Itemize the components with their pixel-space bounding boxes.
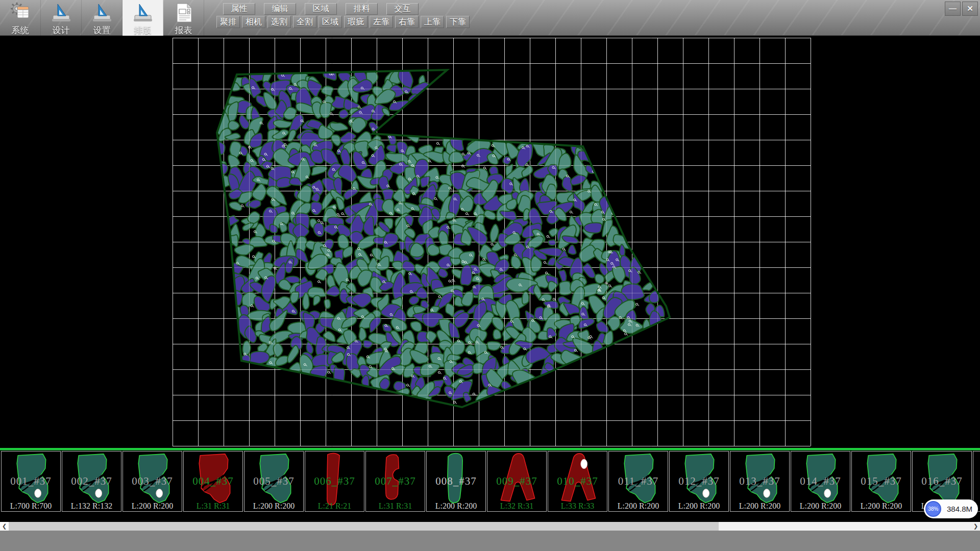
thumbnail-cell[interactable]: 004_#37 L:31 R:31	[183, 451, 243, 512]
settings-ruler-icon	[91, 2, 113, 23]
download-size-label: 384.8M	[943, 499, 976, 518]
piece-id-label: 015_#37	[852, 475, 911, 488]
menu-tab-edit[interactable]: 编辑	[264, 3, 296, 15]
piece-lr-values: L:200 R:200	[427, 502, 485, 511]
piece-thumbnail-strip: 001_#37 L:700 R:700 002_#37 L:132 R:132 …	[0, 451, 980, 512]
thumbnail-cell[interactable]: 009_#37 L:32 R:31	[487, 451, 547, 512]
thumbnail-cell[interactable]: 007_#37 L:31 R:31	[365, 451, 425, 512]
tool-button-cut-all[interactable]: 全割	[293, 16, 316, 28]
piece-id-label: 014_#37	[791, 475, 850, 488]
thumbnail-cell[interactable]: 002_#37 L:132 R:132	[62, 451, 121, 512]
piece-id-label: 010_#37	[548, 475, 607, 488]
piece-lr-values: L:31 R:31	[366, 502, 425, 511]
download-badge[interactable]: 38% 384.8M	[924, 499, 978, 518]
system-gear-icon	[10, 2, 31, 23]
nav-label-report: 报表	[175, 24, 192, 36]
thumbnail-cell[interactable]: 003_#37 L:200 R:200	[122, 451, 182, 512]
piece-lr-values: L:32 R:31	[487, 502, 546, 511]
piece-lr-values: L:700 R:700	[2, 502, 60, 511]
piece-lr-values: L:200 R:200	[609, 502, 668, 511]
report-doc-icon	[173, 2, 194, 23]
tool-button-defect[interactable]: 瑕疵	[344, 16, 368, 28]
nav-button-settings[interactable]: 设置	[82, 0, 122, 36]
nav-label-nesting: 排版	[134, 24, 152, 36]
piece-lr-values: L:33 R:33	[548, 502, 607, 511]
thumbnail-cell[interactable]: 012_#37 L:200 R:200	[669, 451, 729, 512]
scroll-right-arrow-icon[interactable]: ❯	[971, 522, 980, 531]
piece-lr-values: L:21 R:21	[305, 502, 364, 511]
nav-button-report[interactable]: 报表	[163, 0, 204, 36]
strip-separator-line	[0, 448, 980, 450]
menu-tab-properties[interactable]: 属性	[223, 3, 255, 15]
piece-id-label: 004_#37	[184, 475, 242, 488]
nav-label-settings: 设置	[93, 24, 111, 36]
piece-id-label: 005_#37	[244, 475, 303, 488]
menu-tab-region[interactable]: 区域	[305, 3, 337, 15]
scroll-left-arrow-icon[interactable]: ❮	[0, 522, 9, 531]
window-controls: — ✕	[945, 2, 978, 16]
tool-button-snap-top[interactable]: 上靠	[421, 16, 444, 28]
menu-tab-row: 属性编辑区域排料交互	[223, 3, 419, 15]
piece-id-label: 012_#37	[670, 475, 728, 488]
tool-button-snap-bottom[interactable]: 下靠	[446, 16, 470, 28]
piece-id-label: 011_#37	[609, 475, 668, 488]
nav-icon-bar: 系统设计设置排版报表	[0, 0, 204, 36]
nav-label-system: 系统	[12, 24, 29, 36]
thumbnail-cell[interactable]: 005_#37 L:200 R:200	[244, 451, 304, 512]
horizontal-scrollbar[interactable]: ❮ ❯	[0, 522, 980, 531]
piece-lr-values: L:31 R:31	[184, 502, 242, 511]
design-ruler-icon	[51, 2, 72, 23]
nav-button-system[interactable]: 系统	[0, 0, 41, 36]
piece-id-label: 009_#37	[487, 475, 546, 488]
menu-tab-interact[interactable]: 交互	[386, 3, 419, 15]
thumbnail-cell[interactable]: 013_#37 L:200 R:200	[730, 451, 790, 512]
thumbnail-cell[interactable]: 010_#37 L:33 R:33	[548, 451, 607, 512]
piece-lr-values: L:200 R:200	[791, 502, 850, 511]
thumbnail-cell[interactable]: 011_#37 L:200 R:200	[608, 451, 668, 512]
tool-button-cluster[interactable]: 聚排	[216, 16, 240, 28]
close-button[interactable]: ✕	[962, 2, 978, 16]
nav-button-design[interactable]: 设计	[41, 0, 82, 36]
piece-lr-values: L:200 R:200	[123, 502, 182, 511]
piece-id-label: 017_#37	[973, 475, 980, 488]
piece-lr-values: L:200 R:200	[670, 502, 728, 511]
nesting-canvas[interactable]	[0, 36, 980, 448]
piece-id-label: 001_#37	[2, 475, 60, 488]
scrollbar-thumb[interactable]	[9, 522, 719, 531]
piece-id-label: 008_#37	[427, 475, 485, 488]
piece-lr-values: L:200 R:200	[244, 502, 303, 511]
tool-button-snap-right[interactable]: 右靠	[395, 16, 419, 28]
thumbnail-cell[interactable]: 006_#37 L:21 R:21	[305, 451, 364, 512]
piece-id-label: 002_#37	[62, 475, 121, 488]
thumbnail-cell[interactable]: 015_#37 L:200 R:200	[851, 451, 911, 512]
tool-button-region[interactable]: 区域	[318, 16, 342, 28]
menu-tab-nest[interactable]: 排料	[346, 3, 378, 15]
piece-lr-values: L:200 R:200	[852, 502, 911, 511]
piece-id-label: 003_#37	[123, 475, 182, 488]
status-bar-filler	[0, 531, 980, 551]
thumbnail-cell[interactable]: 014_#37 L:200 R:200	[791, 451, 850, 512]
piece-lr-values: L:132 R:132	[62, 502, 121, 511]
tool-button-select-cut[interactable]: 选割	[267, 16, 291, 28]
piece-lr-values: L:200 R:200	[730, 502, 789, 511]
thumbnail-cell[interactable]: 001_#37 L:700 R:700	[1, 451, 61, 512]
piece-id-label: 013_#37	[730, 475, 789, 488]
nesting-ruler-icon	[132, 2, 154, 23]
toolbar: 系统设计设置排版报表 属性编辑区域排料交互 聚排相机选割全割区域瑕疵左靠右靠上靠…	[0, 0, 980, 36]
tool-button-snap-left[interactable]: 左靠	[370, 16, 393, 28]
nav-button-nesting[interactable]: 排版	[122, 0, 163, 36]
tool-button-camera[interactable]: 相机	[242, 16, 265, 28]
minimize-button[interactable]: —	[945, 2, 961, 16]
thumbnail-cell[interactable]: 008_#37 L:200 R:200	[426, 451, 486, 512]
tool-button-row: 聚排相机选割全割区域瑕疵左靠右靠上靠下靠	[216, 16, 470, 28]
download-progress-circle: 38%	[925, 501, 941, 517]
piece-id-label: 007_#37	[366, 475, 425, 488]
piece-id-label: 016_#37	[913, 475, 971, 488]
nav-label-design: 设计	[53, 24, 70, 36]
piece-id-label: 006_#37	[305, 475, 364, 488]
